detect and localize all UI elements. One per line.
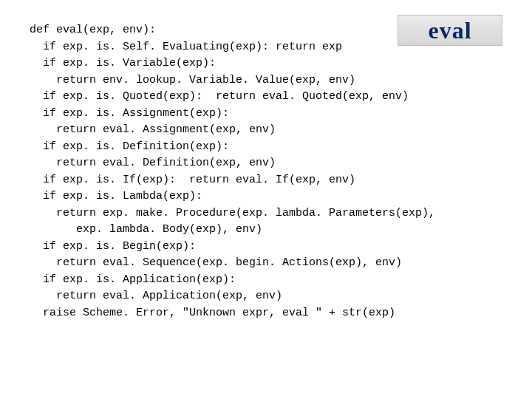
code-block: def eval(exp, env): if exp. is. Self. Ev… bbox=[30, 22, 502, 321]
title-badge: eval bbox=[398, 15, 502, 46]
slide: eval def eval(exp, env): if exp. is. Sel… bbox=[0, 0, 532, 336]
title-label: eval bbox=[428, 13, 471, 48]
